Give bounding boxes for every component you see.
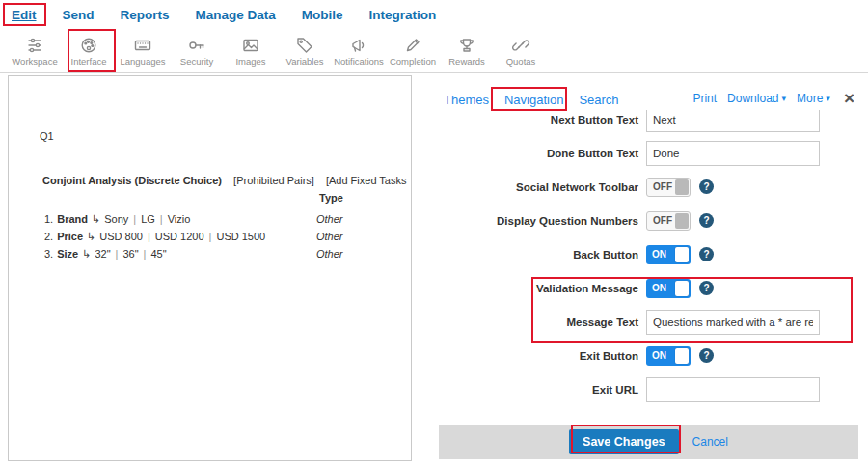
cancel-link[interactable]: Cancel [692, 435, 728, 449]
question-title-line: Conjoint Analysis (Discrete Choice) [Pro… [42, 175, 411, 186]
field-control: ON? [646, 279, 714, 298]
attribute-type: Other [316, 210, 343, 228]
exit-url-input[interactable] [646, 377, 820, 402]
field-label: Display Question Numbers [439, 215, 646, 227]
field-label: Validation Message [439, 283, 646, 294]
attribute-type: Other [316, 245, 343, 262]
toolbar-item-images[interactable]: Images [224, 30, 278, 72]
nav-item-manage-data[interactable]: Manage Data [196, 8, 276, 22]
type-column-header: Type [319, 192, 343, 204]
option-separator: | [116, 248, 119, 260]
attribute-number: 1. [44, 213, 53, 225]
help-icon[interactable]: ? [699, 179, 714, 194]
back-button-toggle[interactable]: ON [646, 245, 691, 264]
message-text-input[interactable] [646, 310, 820, 335]
toolbar-item-rewards[interactable]: Rewards [440, 30, 494, 72]
toolbar-item-variables[interactable]: Variables [278, 30, 332, 72]
branch-arrow-icon: ↳ [92, 213, 100, 225]
field-label: Message Text [439, 316, 646, 328]
more-link[interactable]: More▾ [797, 92, 830, 105]
help-icon[interactable]: ? [699, 281, 714, 295]
option-separator: | [133, 213, 136, 225]
more-label: More [797, 92, 823, 105]
close-icon[interactable]: × [844, 92, 854, 105]
download-link[interactable]: Download▾ [727, 92, 786, 105]
validation-message-toggle[interactable]: ON [646, 279, 691, 298]
field-label: Exit URL [439, 384, 646, 396]
nav-item-reports[interactable]: Reports [121, 8, 170, 22]
option-separator: | [160, 213, 163, 225]
add-fixed-tasks-link[interactable]: [Add Fixed Tasks [326, 175, 407, 186]
exit-button-toggle[interactable]: ON [646, 346, 691, 366]
toolbar-item-notifications[interactable]: Notifications [332, 30, 386, 72]
toolbar-item-label: Rewards [448, 56, 485, 67]
form-row-message-text: Message Text [439, 305, 858, 339]
toolbar-item-languages[interactable]: Languages [116, 30, 170, 72]
toggle-state-label: ON [652, 249, 666, 260]
display-question-numbers-toggle[interactable]: OFF [646, 211, 691, 231]
workspace-icon [25, 36, 44, 55]
nav-item-send[interactable]: Send [63, 8, 95, 22]
attribute-number: 2. [44, 231, 53, 242]
field-control: OFF? [646, 178, 714, 197]
toolbar-item-interface[interactable]: Interface [62, 30, 116, 72]
attribute-name: Price [57, 231, 83, 242]
save-changes-button[interactable]: Save Changes [569, 429, 678, 454]
field-label: Social Network Toolbar [439, 181, 646, 193]
nav-item-edit[interactable]: Edit [12, 8, 37, 22]
done-button-text-input[interactable] [646, 141, 820, 166]
attribute-option: 36" [122, 248, 138, 260]
next-button-text-input[interactable] [646, 110, 820, 132]
help-icon[interactable]: ? [699, 213, 714, 228]
top-nav: EditSendReportsManage DataMobileIntegrat… [0, 0, 868, 29]
help-icon[interactable]: ? [699, 348, 714, 363]
form-row-next-button-text: Next Button Text [439, 110, 858, 136]
option-separator: | [144, 248, 147, 260]
rewards-icon [457, 36, 476, 55]
toggle-state-label: OFF [653, 215, 672, 226]
field-label: Next Button Text [439, 114, 646, 125]
tab-search[interactable]: Search [579, 93, 618, 107]
attribute-row: 2.Price↳USD 800|USD 1200|USD 1500Other [44, 228, 409, 245]
toggle-state-label: ON [652, 283, 666, 293]
toolbar-item-label: Completion [390, 56, 436, 67]
form-row-social-network-toolbar: Social Network ToolbarOFF? [439, 170, 858, 204]
chevron-down-icon: ▾ [826, 94, 830, 103]
attribute-option: USD 1200 [155, 231, 204, 242]
toolbar-item-label: Variables [286, 56, 324, 67]
navigation-settings-form: Next Button TextDone Button TextSocial N… [439, 110, 858, 448]
completion-icon [403, 36, 422, 55]
field-control: OFF? [646, 211, 714, 231]
toolbar-item-quotas[interactable]: Quotas [494, 30, 548, 72]
download-label: Download [727, 92, 778, 105]
form-row-back-button: Back ButtonON? [439, 237, 858, 271]
nav-item-mobile[interactable]: Mobile [302, 8, 343, 22]
toolbar-item-security[interactable]: Security [170, 30, 224, 72]
field-control: ON? [646, 346, 714, 366]
quotas-icon [511, 36, 530, 55]
toolbar-item-completion[interactable]: Completion [386, 30, 440, 72]
print-link[interactable]: Print [692, 92, 717, 105]
attribute-row: 3.Size↳32"|36"|45"Other [44, 245, 409, 262]
toolbar-item-label: Security [180, 56, 213, 67]
attribute-row: 1.Brand↳Sony|LG|VizioOther [44, 210, 409, 228]
tab-navigation[interactable]: Navigation [504, 93, 563, 107]
attribute-name: Brand [57, 213, 88, 225]
attribute-number: 3. [44, 248, 53, 260]
tab-themes[interactable]: Themes [444, 93, 489, 107]
branch-arrow-icon: ↳ [82, 248, 91, 260]
toolbar-item-label: Workspace [12, 56, 57, 67]
attribute-list: 1.Brand↳Sony|LG|VizioOther2.Price↳USD 80… [44, 210, 409, 262]
panel-actions: Print Download▾ More▾ × [692, 92, 854, 105]
toggle-knob [675, 213, 689, 229]
nav-item-integration[interactable]: Integration [369, 8, 437, 22]
toolbar-item-workspace[interactable]: Workspace [8, 30, 62, 72]
variables-icon [295, 36, 314, 55]
security-icon [187, 36, 206, 55]
prohibited-pairs-link[interactable]: [Prohibited Pairs] [233, 175, 314, 186]
option-separator: | [148, 231, 150, 242]
field-label: Back Button [439, 249, 646, 261]
social-network-toolbar-toggle[interactable]: OFF [646, 178, 691, 197]
help-icon[interactable]: ? [699, 247, 714, 261]
attribute-option: Sony [104, 213, 128, 225]
